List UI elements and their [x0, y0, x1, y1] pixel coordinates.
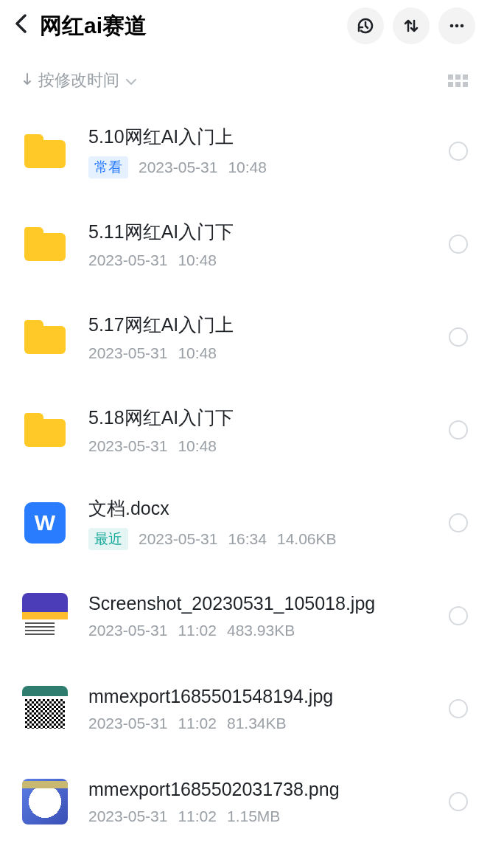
item-size: 81.34KB	[227, 715, 287, 732]
item-meta: 5.18网红AI入门下 2023-05-31 10:48	[88, 406, 438, 455]
svg-point-0	[450, 24, 454, 28]
select-radio[interactable]	[449, 142, 468, 161]
image-thumbnail	[22, 779, 68, 824]
item-time: 11:02	[178, 808, 217, 825]
item-time: 11:02	[178, 715, 217, 732]
item-size: 483.93KB	[227, 622, 295, 639]
item-name: 文档.docx	[88, 496, 438, 521]
item-date: 2023-05-31	[88, 622, 167, 639]
list-item[interactable]: 5.10网红AI入门上 常看 2023-05-31 10:48	[0, 105, 490, 198]
item-name: 5.18网红AI入门下	[88, 406, 438, 430]
item-size: 1.15MB	[227, 808, 280, 825]
item-name: mmexport1685502031738.png	[88, 779, 438, 800]
item-date: 2023-05-31	[139, 159, 217, 176]
item-subtitle: 2023-05-31 11:02 1.15MB	[88, 808, 438, 825]
item-meta: Screenshot_20230531_105018.jpg 2023-05-3…	[88, 593, 438, 639]
item-date: 2023-05-31	[88, 344, 167, 362]
list-item[interactable]: Screenshot_20230531_105018.jpg 2023-05-3…	[0, 569, 490, 662]
chevron-left-icon	[15, 14, 27, 33]
folder-icon	[22, 221, 68, 267]
item-time: 10:48	[178, 437, 217, 455]
item-meta: mmexport1685501548194.jpg 2023-05-31 11:…	[88, 686, 438, 732]
item-meta: 5.11网红AI入门下 2023-05-31 10:48	[88, 220, 438, 269]
item-date: 2023-05-31	[88, 808, 167, 825]
item-subtitle: 2023-05-31 11:02 81.34KB	[88, 715, 438, 732]
item-name: 5.11网红AI入门下	[88, 220, 438, 244]
file-list: 5.10网红AI入门上 常看 2023-05-31 10:48 5.11网红AI…	[0, 105, 490, 848]
item-badge: 常看	[88, 156, 128, 178]
sort-label[interactable]: 按修改时间	[38, 69, 119, 91]
folder-icon	[22, 128, 68, 174]
image-thumbnail	[22, 686, 68, 732]
word-doc-icon: W	[22, 500, 68, 546]
select-radio[interactable]	[449, 513, 468, 532]
select-radio[interactable]	[449, 792, 468, 811]
transfer-button[interactable]	[393, 7, 430, 44]
view-toggle-button[interactable]	[448, 74, 468, 87]
item-time: 10:48	[228, 159, 267, 176]
item-name: Screenshot_20230531_105018.jpg	[88, 593, 438, 614]
svg-point-2	[461, 24, 464, 28]
back-button[interactable]	[15, 13, 27, 38]
item-subtitle: 2023-05-31 11:02 483.93KB	[88, 622, 438, 639]
item-meta: 文档.docx 最近 2023-05-31 16:34 14.06KB	[88, 496, 438, 550]
select-radio[interactable]	[449, 420, 468, 440]
select-radio[interactable]	[449, 606, 468, 625]
item-meta: 5.17网红AI入门上 2023-05-31 10:48	[88, 313, 438, 362]
item-meta: 5.10网红AI入门上 常看 2023-05-31 10:48	[88, 125, 438, 178]
item-date: 2023-05-31	[88, 251, 167, 269]
item-time: 10:48	[178, 344, 217, 362]
item-date: 2023-05-31	[88, 437, 167, 455]
item-subtitle: 2023-05-31 10:48	[88, 437, 438, 455]
more-button[interactable]	[438, 7, 475, 44]
item-name: mmexport1685501548194.jpg	[88, 686, 438, 707]
list-item[interactable]: mmexport1685501548194.jpg 2023-05-31 11:…	[0, 662, 490, 755]
list-item[interactable]: mmexport1685502031738.png 2023-05-31 11:…	[0, 755, 490, 848]
item-date: 2023-05-31	[88, 715, 167, 732]
folder-icon	[22, 314, 68, 360]
image-thumbnail	[22, 593, 68, 639]
transfer-icon	[402, 16, 421, 35]
list-item[interactable]: 5.17网红AI入门上 2023-05-31 10:48	[0, 291, 490, 383]
item-date: 2023-05-31	[139, 530, 217, 548]
item-subtitle: 最近 2023-05-31 16:34 14.06KB	[88, 528, 438, 550]
list-item[interactable]: 5.18网红AI入门下 2023-05-31 10:48	[0, 383, 490, 476]
item-subtitle: 常看 2023-05-31 10:48	[88, 156, 438, 178]
item-time: 11:02	[178, 622, 217, 639]
history-icon	[356, 16, 375, 35]
list-item[interactable]: 5.11网红AI入门下 2023-05-31 10:48	[0, 198, 490, 291]
more-icon	[447, 16, 466, 35]
item-name: 5.10网红AI入门上	[88, 125, 438, 149]
item-subtitle: 2023-05-31 10:48	[88, 251, 438, 269]
item-meta: mmexport1685502031738.png 2023-05-31 11:…	[88, 779, 438, 825]
list-item[interactable]: W 文档.docx 最近 2023-05-31 16:34 14.06KB	[0, 476, 490, 569]
item-name: 5.17网红AI入门上	[88, 313, 438, 337]
item-size: 14.06KB	[277, 530, 337, 548]
sort-bar: 按修改时间	[0, 52, 490, 105]
sort-direction-icon[interactable]	[22, 71, 32, 90]
svg-point-1	[455, 24, 459, 28]
item-time: 10:48	[178, 251, 217, 269]
folder-icon	[22, 407, 68, 453]
header: 网红ai赛道	[0, 0, 490, 52]
item-subtitle: 2023-05-31 10:48	[88, 344, 438, 362]
select-radio[interactable]	[449, 699, 468, 718]
select-radio[interactable]	[449, 235, 468, 254]
page-title: 网红ai赛道	[40, 11, 338, 41]
item-time: 16:34	[228, 530, 267, 548]
item-badge: 最近	[88, 528, 128, 550]
select-radio[interactable]	[449, 327, 468, 347]
history-button[interactable]	[347, 7, 384, 44]
chevron-down-icon[interactable]	[125, 71, 137, 90]
